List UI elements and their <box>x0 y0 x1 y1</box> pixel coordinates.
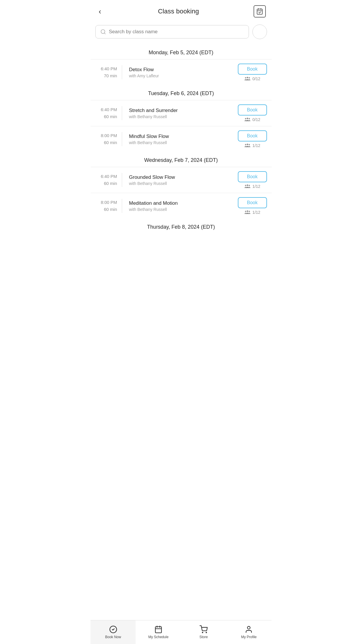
class-capacity: 1/12 <box>244 210 260 215</box>
class-divider <box>122 199 122 213</box>
class-action: Book <box>238 130 267 148</box>
svg-line-5 <box>104 33 105 34</box>
class-action: Book <box>238 171 267 189</box>
people-icon <box>244 143 251 148</box>
class-row: 6:40 PM60 min Stretch and Surrender with… <box>91 100 272 126</box>
class-name: Detox Flow <box>129 67 234 73</box>
header: ‹ Class booking <box>91 0 272 22</box>
filter-button[interactable] <box>252 24 267 39</box>
class-capacity: 0/12 <box>244 117 260 122</box>
class-name: Stretch and Surrender <box>129 108 234 113</box>
people-icon <box>244 210 251 215</box>
book-button[interactable]: Book <box>238 197 267 208</box>
day-header: Tuesday, Feb 6, 2024 (EDT) <box>91 85 272 100</box>
class-capacity: 0/12 <box>244 76 260 81</box>
svg-point-20 <box>249 211 250 212</box>
class-time: 6:40 PM70 min <box>95 65 117 79</box>
class-name: Mindful Slow Flow <box>129 134 234 139</box>
svg-point-9 <box>245 118 246 120</box>
class-divider <box>122 65 122 79</box>
book-button[interactable]: Book <box>238 64 267 75</box>
day-header: Wednesday, Feb 7, 2024 (EDT) <box>91 152 272 167</box>
class-instructor: with Amy Lafleur <box>129 74 234 78</box>
class-info: Stretch and Surrender with Bethany Russe… <box>127 108 234 119</box>
svg-point-6 <box>245 77 246 79</box>
calendar-check-icon <box>256 8 263 15</box>
class-time: 8:00 PM60 min <box>95 132 117 146</box>
svg-rect-0 <box>257 9 262 14</box>
book-button[interactable]: Book <box>238 171 267 182</box>
class-name: Meditation and Motion <box>129 200 234 206</box>
page-title: Class booking <box>158 8 199 15</box>
class-name: Grounded Slow Flow <box>129 174 234 180</box>
class-action: Book <box>238 64 267 81</box>
class-instructor: with Bethany Russell <box>129 140 234 145</box>
class-info: Mindful Slow Flow with Bethany Russell <box>127 134 234 145</box>
search-input[interactable] <box>109 29 244 35</box>
class-capacity: 1/12 <box>244 143 260 148</box>
book-button[interactable]: Book <box>238 130 267 141</box>
svg-point-14 <box>249 144 250 146</box>
class-instructor: with Bethany Russell <box>129 114 234 119</box>
svg-point-16 <box>247 185 248 186</box>
class-divider <box>122 132 122 146</box>
day-header: Thursday, Feb 8, 2024 (EDT) <box>91 219 272 234</box>
svg-point-18 <box>245 211 246 212</box>
class-row: 8:00 PM60 min Mindful Slow Flow with Bet… <box>91 126 272 152</box>
content-area: Monday, Feb 5, 2024 (EDT) 6:40 PM70 min … <box>91 44 272 260</box>
class-info: Grounded Slow Flow with Bethany Russell <box>127 174 234 186</box>
class-row: 6:40 PM60 min Grounded Slow Flow with Be… <box>91 167 272 193</box>
class-time: 6:40 PM60 min <box>95 173 117 187</box>
capacity-text: 0/12 <box>252 76 260 81</box>
class-info: Detox Flow with Amy Lafleur <box>127 67 234 78</box>
class-instructor: with Bethany Russell <box>129 207 234 212</box>
capacity-text: 1/12 <box>252 184 260 189</box>
class-time: 8:00 PM60 min <box>95 199 117 213</box>
class-action: Book <box>238 104 267 122</box>
svg-point-17 <box>249 185 250 186</box>
svg-point-8 <box>249 77 250 79</box>
class-time: 6:40 PM60 min <box>95 106 117 120</box>
class-capacity: 1/12 <box>244 184 260 189</box>
book-button[interactable]: Book <box>238 104 267 116</box>
class-instructor: with Bethany Russell <box>129 181 234 186</box>
people-icon <box>244 117 251 122</box>
class-divider <box>122 106 122 120</box>
class-divider <box>122 173 122 187</box>
search-icon <box>100 29 106 35</box>
svg-point-12 <box>245 144 246 146</box>
search-area <box>91 22 272 44</box>
class-row: 6:40 PM70 min Detox Flow with Amy Lafleu… <box>91 59 272 85</box>
svg-point-7 <box>247 77 248 78</box>
class-row: 8:00 PM60 min Meditation and Motion with… <box>91 193 272 219</box>
capacity-text: 1/12 <box>252 210 260 215</box>
class-action: Book <box>238 197 267 215</box>
class-info: Meditation and Motion with Bethany Russe… <box>127 200 234 212</box>
calendar-check-button[interactable] <box>254 5 266 18</box>
capacity-text: 0/12 <box>252 117 260 122</box>
search-box[interactable] <box>95 25 249 38</box>
svg-point-19 <box>247 211 248 212</box>
people-icon <box>244 184 251 189</box>
svg-point-15 <box>245 185 246 186</box>
svg-point-10 <box>247 118 248 119</box>
day-header: Monday, Feb 5, 2024 (EDT) <box>91 44 272 59</box>
capacity-text: 1/12 <box>252 143 260 148</box>
svg-point-11 <box>249 118 250 120</box>
back-button[interactable]: ‹ <box>96 6 104 17</box>
svg-point-13 <box>247 144 248 145</box>
people-icon <box>244 76 251 81</box>
